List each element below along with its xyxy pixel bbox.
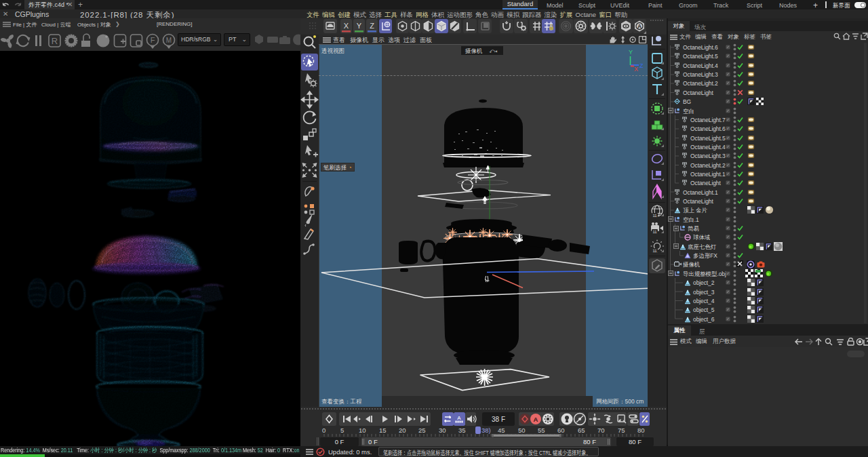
svg-text:R: R [52, 36, 58, 46]
svg-text:A: A [457, 415, 461, 421]
svg-text:X: X [344, 22, 349, 30]
svg-text:A: A [534, 416, 538, 423]
svg-text:11: 11 [652, 214, 657, 218]
svg-text:38 F: 38 F [492, 416, 505, 423]
svg-text:Y: Y [357, 22, 362, 30]
svg-text:M: M [166, 37, 172, 44]
svg-text:A: A [637, 23, 642, 30]
svg-text:11: 11 [652, 230, 657, 234]
svg-text:11: 11 [652, 249, 657, 253]
svg-text:F: F [151, 36, 155, 44]
svg-text:Z: Z [370, 22, 374, 30]
